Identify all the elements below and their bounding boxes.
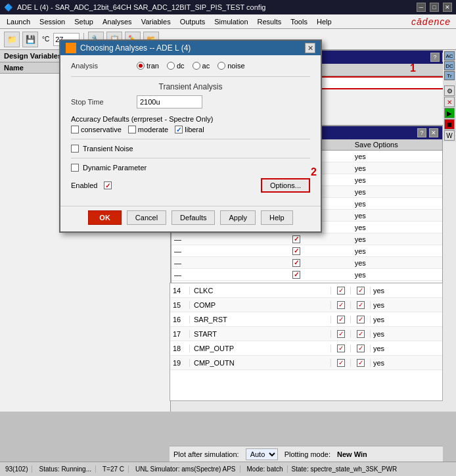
radio-ac[interactable]: ac: [193, 62, 210, 70]
acc-conservative: conservative: [71, 126, 122, 133]
enabled-label: Enabled: [71, 181, 97, 189]
radio-dc-label: dc: [177, 62, 185, 70]
dialog-overlay: Choosing Analyses -- ADE L (4) ✕ Analysi…: [0, 0, 456, 476]
analysis-row: Analysis tran dc ac: [71, 62, 310, 70]
stop-time-label: Stop Time: [71, 98, 137, 106]
section-title: Transient Analysis: [71, 82, 310, 91]
dynamic-param-cb[interactable]: [71, 164, 79, 172]
dialog-close-btn[interactable]: ✕: [305, 43, 315, 53]
cancel-button[interactable]: Cancel: [127, 210, 166, 225]
dynamic-param-label: Dynamic Parameter: [83, 164, 147, 172]
radio-tran[interactable]: tran: [137, 62, 159, 70]
liberal-cb[interactable]: [175, 126, 183, 133]
moderate-cb[interactable]: [128, 126, 136, 133]
analysis-radio-group: tran dc ac noise: [137, 62, 245, 70]
divider-1: [71, 76, 310, 77]
divider-2: [71, 139, 310, 139]
radio-noise-label: noise: [227, 62, 244, 70]
enabled-left: Enabled: [71, 181, 112, 189]
badge-2: 2: [311, 166, 317, 178]
options-button[interactable]: Options...: [261, 178, 310, 193]
ok-button[interactable]: OK: [88, 210, 122, 225]
moderate-label: moderate: [138, 126, 168, 133]
options-container: 2 Options...: [261, 178, 310, 193]
radio-ac-btn[interactable]: [193, 62, 200, 70]
analysis-label: Analysis: [71, 62, 137, 70]
dialog-footer: OK Cancel Defaults Apply Help: [60, 206, 321, 231]
transient-noise-label: Transient Noise: [83, 145, 133, 153]
help-button[interactable]: Help: [261, 210, 293, 225]
dialog-icon: [66, 43, 76, 53]
stop-time-row: Stop Time: [71, 95, 310, 108]
dialog-title: Choosing Analyses -- ADE L (4): [80, 43, 191, 53]
acc-liberal: liberal: [175, 126, 204, 133]
stop-time-input[interactable]: [137, 95, 202, 108]
accuracy-label: Accuracy Defaults (errpreset - Spectre O…: [71, 115, 310, 123]
defaults-button[interactable]: Defaults: [171, 210, 215, 225]
divider-3: [71, 158, 310, 158]
conservative-cb[interactable]: [71, 126, 79, 133]
conservative-label: conservative: [81, 126, 122, 133]
dialog-body: Analysis tran dc ac: [60, 55, 321, 206]
dialog-title-bar: Choosing Analyses -- ADE L (4) ✕: [60, 41, 321, 55]
accuracy-section: Accuracy Defaults (errpreset - Spectre O…: [71, 115, 310, 133]
radio-noise[interactable]: noise: [217, 62, 244, 70]
enabled-row: Enabled 2 Options...: [71, 178, 310, 193]
radio-noise-btn[interactable]: [217, 62, 225, 70]
enabled-checkbox[interactable]: [104, 181, 112, 189]
radio-tran-label: tran: [147, 62, 159, 70]
transient-noise-row: Transient Noise: [71, 145, 310, 153]
choosing-analyses-dialog: Choosing Analyses -- ADE L (4) ✕ Analysi…: [59, 39, 322, 233]
liberal-label: liberal: [185, 126, 204, 133]
radio-tran-btn[interactable]: [137, 62, 145, 70]
radio-dc[interactable]: dc: [167, 62, 185, 70]
radio-dc-btn[interactable]: [167, 62, 175, 70]
acc-moderate: moderate: [128, 126, 168, 133]
transient-noise-cb[interactable]: [71, 145, 79, 153]
accuracy-group: conservative moderate liberal: [71, 126, 310, 133]
radio-ac-label: ac: [202, 62, 210, 70]
dynamic-param-row: Dynamic Parameter: [71, 164, 310, 172]
apply-button[interactable]: Apply: [220, 210, 256, 225]
